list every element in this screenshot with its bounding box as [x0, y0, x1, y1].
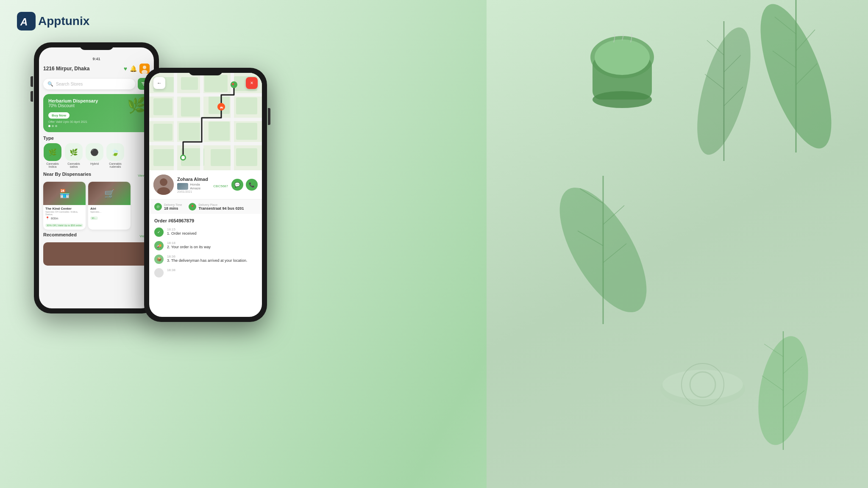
tracking-item-2: 🚚 18:18 2. Your order is on its way [154, 241, 257, 250]
nearby-card-2[interactable]: 🛒 Atri Species... 30... [88, 182, 131, 230]
phone1-notch [80, 42, 114, 50]
type-label-hybrid: Hybrid [90, 162, 99, 165]
svg-rect-45 [153, 98, 172, 115]
track-content-4: 18:38 [167, 268, 257, 272]
svg-point-27 [595, 39, 650, 75]
nearby-name-2: Atri [90, 207, 128, 211]
search-icon: 🔍 [47, 81, 53, 87]
type-circle-hybrid: ⚫ [86, 143, 103, 161]
tea-cup-decor [584, 34, 660, 129]
search-bar[interactable]: 🔍 Search Stores [43, 79, 135, 89]
bell-icon[interactable]: 🔔 [130, 65, 137, 72]
svg-point-64 [181, 156, 185, 159]
delivery-place: 📍 Delivery Place Transestraat 94 bus 020… [189, 203, 244, 211]
delivery-place-text: Delivery Place Transestraat 94 bus 0201 [198, 203, 244, 211]
nearby-offer-1: 30% Off | Valid Up to $50 order [45, 224, 83, 227]
leaf-decor-top-right [749, 0, 843, 161]
svg-rect-53 [153, 149, 175, 166]
close-icon: × [250, 80, 253, 86]
delivery-time-label: Delivery Time [164, 203, 182, 206]
type-section-title: Type [43, 136, 150, 141]
nearby-name-1: The Kind Center [45, 207, 83, 211]
tracking-item-1: ✓ 18:15 1. Order received [154, 227, 257, 237]
driver-plate: CBC5687 [213, 184, 228, 188]
type-item-sativa[interactable]: 🌿 Cannabis sativa [64, 143, 83, 168]
nearby-species-1: Species Of Cannabis: Indica, Sativa. [45, 211, 83, 216]
driver-card: Zohara Almad Honda Amaze CBC5687 20/01/2… [149, 170, 262, 200]
volume-btn2 [31, 91, 33, 102]
track-time-4: 18:38 [167, 268, 257, 272]
recommended-card[interactable] [43, 242, 150, 266]
svg-point-26 [593, 91, 652, 108]
type-item-ruderalis[interactable]: 🍃 Cannabis ruderalis [106, 143, 125, 168]
track-icon-4 [154, 268, 164, 277]
time-icon: ⏱ [154, 203, 162, 211]
back-arrow-icon: ← [157, 80, 162, 86]
type-circle-indica: 🌿 [44, 143, 61, 161]
svg-rect-52 [236, 123, 257, 140]
location-text: 1216 Mirpur, Dhaka [43, 66, 89, 72]
track-text-1: 1. Order received [167, 231, 257, 236]
promo-banner: Herbarium Dispensary 70% Discount Buy No… [43, 94, 150, 132]
phones-container: 9:41 1216 Mirpur, Dhaka ♥ 🔔 [34, 42, 159, 313]
heart-icon[interactable]: ♥ [124, 65, 127, 72]
user-avatar[interactable] [139, 64, 150, 74]
type-label-sativa: Cannabis sativa [64, 162, 83, 168]
svg-text:A: A [20, 16, 28, 28]
chat-button[interactable]: 💬 [231, 179, 243, 191]
leaf-decor-bottom [741, 327, 826, 454]
svg-rect-56 [236, 148, 257, 166]
search-placeholder: Search Stores [56, 82, 83, 86]
map-back-button[interactable]: ← [153, 77, 165, 89]
recommended-header: Recommended View... [43, 232, 150, 240]
tracking-item-3: 📦 18:36 3. The deliveryman has arrived a… [154, 255, 257, 264]
type-item-hybrid[interactable]: ⚫ Hybrid [86, 143, 103, 168]
map-close-button[interactable]: × [246, 77, 258, 89]
search-row: 🔍 Search Stores [43, 78, 150, 90]
svg-rect-42 [181, 77, 198, 90]
nearby-img-1: 🏪 [43, 182, 86, 205]
order-id: Order #654967879 [154, 218, 257, 223]
place-icon: 📍 [189, 203, 196, 211]
delivery-place-value: Transestraat 94 bus 0201 [198, 206, 244, 211]
svg-text:🏍: 🏍 [220, 105, 223, 109]
type-circle-ruderalis: 🍃 [106, 143, 124, 161]
tracking-item-4: 18:38 [154, 268, 257, 277]
call-button[interactable]: 📞 [246, 179, 258, 191]
delivery-place-label: Delivery Place [198, 203, 244, 206]
dot-2 [52, 125, 54, 127]
phone2-notch [189, 68, 223, 75]
driver-info: Zohara Almad Honda Amaze CBC5687 20/01/2… [177, 177, 228, 193]
map-area: 📍 🏍 ← × [149, 73, 262, 170]
delivery-time-text: Delivery Time 18 mins [164, 203, 182, 211]
car-image [177, 183, 188, 190]
banner-dots [48, 125, 145, 127]
type-grid: 🌿 Cannabis Indica 🌿 Cannabis sativa ⚫ Hy… [43, 143, 150, 168]
logo-text: Apptunix [38, 14, 89, 28]
bowl-decor [656, 342, 749, 412]
type-label-indica: Cannabis Indica [43, 162, 62, 168]
status-bar: 9:41 [43, 57, 150, 61]
p1-header: 1216 Mirpur, Dhaka ♥ 🔔 [43, 64, 150, 74]
svg-rect-57 [149, 93, 262, 97]
banner-image: 🌿 [127, 97, 146, 114]
driver-car-name: Honda Amaze [190, 183, 210, 190]
track-text-2: 2. Your order is on its way [167, 245, 257, 249]
track-icon-3: 📦 [154, 255, 164, 264]
dot-1 [48, 125, 50, 127]
driver-avatar [153, 175, 174, 195]
svg-rect-49 [153, 124, 172, 141]
nearby-card-1[interactable]: 🏪 The Kind Center Species Of Cannabis: I… [43, 182, 86, 230]
p1-content: 9:41 1216 Mirpur, Dhaka ♥ 🔔 [39, 47, 154, 308]
svg-rect-46 [181, 97, 202, 116]
track-content-2: 18:18 2. Your order is on its way [167, 241, 257, 249]
leaf-decor-top-right2 [686, 17, 762, 165]
svg-rect-59 [149, 142, 262, 145]
svg-rect-48 [236, 97, 257, 114]
type-item-indica[interactable]: 🌿 Cannabis Indica [43, 143, 62, 168]
delivery-time: ⏱ Delivery Time 18 mins [154, 203, 182, 211]
nearby-offer-2: 30... [90, 216, 98, 220]
leaf-decor-mid [550, 169, 656, 330]
nearby-dist-1: 800m [51, 217, 58, 220]
buy-now-button[interactable]: Buy Now [48, 112, 70, 119]
